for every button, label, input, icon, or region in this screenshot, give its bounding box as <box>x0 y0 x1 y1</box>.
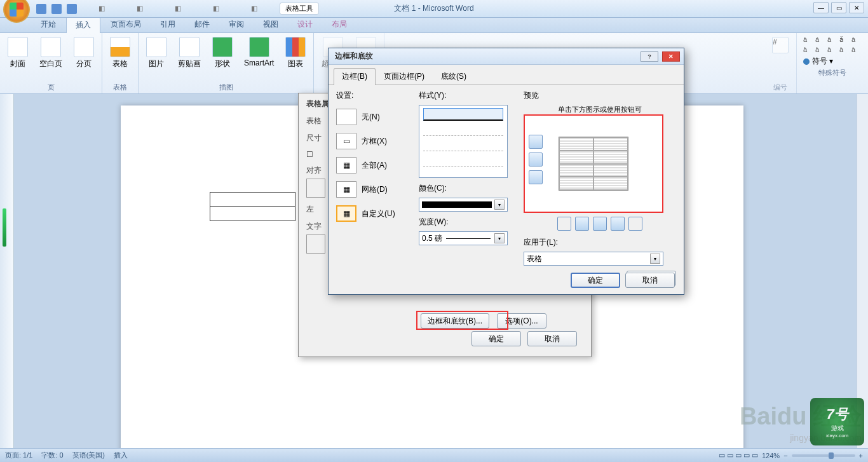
blank-page-button[interactable]: 空白页 <box>38 36 64 71</box>
preview-bottom-button[interactable] <box>529 170 543 184</box>
table-label: 表格 <box>112 58 128 69</box>
save-icon[interactable] <box>36 4 46 14</box>
preview-vcenter-button[interactable] <box>593 217 607 231</box>
borders-shading-dialog: 边框和底纹 ? ✕ 边框(B) 页面边框(P) 底纹(S) 设置: 无(N) ▭… <box>328 48 684 295</box>
tab-page-border[interactable]: 页面边框(P) <box>376 68 433 85</box>
setting-box-label: 方框(X) <box>362 136 387 147</box>
borders-shading-button[interactable]: 边框和底纹(B)... <box>421 313 489 329</box>
style-column: 样式(Y): 颜色(C): ▾ 宽度(W): 0.5 磅▾ <box>419 90 517 286</box>
zoom-value[interactable]: 124% <box>762 452 780 459</box>
title-bar: ◧◧◧◧◧◧ 表格工具 文档 1 - Microsoft Word — ▭ ✕ <box>0 0 868 18</box>
smartart-label: SmartArt <box>244 58 274 67</box>
tab-table-layout[interactable]: 布局 <box>323 17 356 32</box>
shapes-button[interactable]: 形状 <box>211 36 234 71</box>
color-dropdown[interactable]: ▾ <box>419 198 508 212</box>
setting-grid-label: 网格(D) <box>362 184 388 195</box>
preview-table[interactable] <box>559 137 628 191</box>
window-controls: — ▭ ✕ <box>813 2 864 13</box>
chart-button[interactable]: 图表 <box>284 36 307 71</box>
shapes-label: 形状 <box>215 58 230 69</box>
vertical-scrollbar[interactable] <box>857 94 868 448</box>
apply-to-dropdown[interactable]: 表格▾ <box>524 252 663 266</box>
preview-top-button[interactable] <box>529 135 543 149</box>
preview-heading: 预览 <box>524 90 676 101</box>
symbol-dropdown[interactable]: 符号 ▾ <box>803 56 862 67</box>
setting-none[interactable]: 无(N) <box>336 109 412 125</box>
picture-button[interactable]: 图片 <box>145 36 168 71</box>
clipart-label: 剪贴画 <box>178 58 201 69</box>
blank-page-label: 空白页 <box>39 58 62 69</box>
undo-icon[interactable] <box>51 4 62 14</box>
dialog-cancel-button[interactable]: 取消 <box>625 273 675 288</box>
group-table: 表格 表格 <box>102 33 139 93</box>
cover-page-button[interactable]: 封面 <box>6 36 29 71</box>
zoom-out-button[interactable]: − <box>783 452 787 459</box>
status-page[interactable]: 页面: 1/1 <box>5 451 32 460</box>
table-options-button[interactable]: 选项(O)... <box>497 313 546 329</box>
tab-mailings[interactable]: 邮件 <box>186 17 219 32</box>
status-words[interactable]: 字数: 0 <box>41 451 63 460</box>
zoom-in-button[interactable]: + <box>859 452 863 459</box>
preview-diag1-button[interactable] <box>557 217 571 231</box>
preview-box <box>524 114 663 213</box>
view-buttons[interactable]: ▭ ▭ ▭ ▭ ▭ <box>719 451 758 459</box>
group-illustrations-label: 插图 <box>145 81 307 93</box>
dialog-ok-button[interactable]: 确定 <box>571 273 620 288</box>
zoom-slider[interactable] <box>792 454 855 457</box>
dialog-tabs: 边框(B) 页面边框(P) 底纹(S) <box>329 65 684 85</box>
tab-references[interactable]: 引用 <box>151 17 184 32</box>
group-table-label: 表格 <box>109 81 132 93</box>
badge-text: 游戏 <box>831 424 844 433</box>
dialog-close-button[interactable]: ✕ <box>662 51 680 62</box>
preview-left-button[interactable] <box>575 217 589 231</box>
status-language[interactable]: 英语(美国) <box>72 451 105 460</box>
width-dropdown[interactable]: 0.5 磅▾ <box>419 231 508 245</box>
tab-border[interactable]: 边框(B) <box>334 68 376 85</box>
setting-all[interactable]: ▦全部(A) <box>336 157 412 173</box>
close-button[interactable]: ✕ <box>849 2 864 13</box>
group-pages-label: 页 <box>6 81 95 93</box>
minimize-button[interactable]: — <box>813 2 829 13</box>
dialog-help-button[interactable]: ? <box>641 51 658 62</box>
window-title: 文档 1 - Microsoft Word <box>394 3 473 14</box>
preview-diag2-button[interactable] <box>628 217 642 231</box>
tab-view[interactable]: 视图 <box>254 17 287 32</box>
clipart-button[interactable]: 剪贴画 <box>177 36 202 71</box>
group-symbols-label: 特殊符号 <box>803 67 862 79</box>
apply-to-heading: 应用于(L): <box>524 237 676 248</box>
vertical-ruler <box>0 94 14 448</box>
back-cancel-button[interactable]: 取消 <box>527 331 577 346</box>
status-mode[interactable]: 插入 <box>114 451 128 460</box>
preview-right-button[interactable] <box>611 217 625 231</box>
tab-page-layout[interactable]: 页面布局 <box>102 17 150 32</box>
ruler-marker[interactable] <box>3 208 6 247</box>
tab-design[interactable]: 设计 <box>288 17 322 32</box>
table-button[interactable]: 表格 <box>109 36 132 71</box>
tab-shading[interactable]: 底纹(S) <box>433 68 475 85</box>
style-list[interactable] <box>419 105 508 178</box>
number-button[interactable]: # <box>771 36 790 55</box>
group-illustrations: 图片 剪贴画 形状 SmartArt 图表 插图 <box>139 33 314 93</box>
smartart-button[interactable]: SmartArt <box>243 36 275 69</box>
dialog-titlebar[interactable]: 边框和底纹 ? ✕ <box>329 48 684 65</box>
contextual-tab-label: 表格工具 <box>280 3 319 15</box>
page-break-button[interactable]: 分页 <box>72 36 95 71</box>
picture-label: 图片 <box>149 58 164 69</box>
group-pages: 封面 空白页 分页 页 <box>0 33 102 93</box>
tab-insert[interactable]: 插入 <box>66 17 100 33</box>
tab-start[interactable]: 开始 <box>32 17 65 32</box>
setting-box[interactable]: ▭方框(X) <box>336 133 412 149</box>
setting-custom-label: 自定义(U) <box>362 208 395 219</box>
setting-grid[interactable]: ▦网格(D) <box>336 181 412 198</box>
ribbon-tabs: 开始 插入 页面布局 引用 邮件 审阅 视图 设计 布局 <box>0 18 868 33</box>
back-ok-button[interactable]: 确定 <box>471 331 521 346</box>
tab-review[interactable]: 审阅 <box>220 17 253 32</box>
symbol-grid[interactable]: àáàǎà ààààà <box>803 36 862 53</box>
group-number-label: 编号 <box>771 81 790 93</box>
maximize-button[interactable]: ▭ <box>831 2 846 13</box>
redo-icon[interactable] <box>67 4 77 14</box>
setting-custom[interactable]: ▦自定义(U) <box>336 205 412 222</box>
group-symbols: àáàǎà ààààà 符号 ▾ 特殊符号 <box>797 33 868 93</box>
preview-mid-button[interactable] <box>529 153 543 166</box>
document-table[interactable] <box>210 192 295 221</box>
